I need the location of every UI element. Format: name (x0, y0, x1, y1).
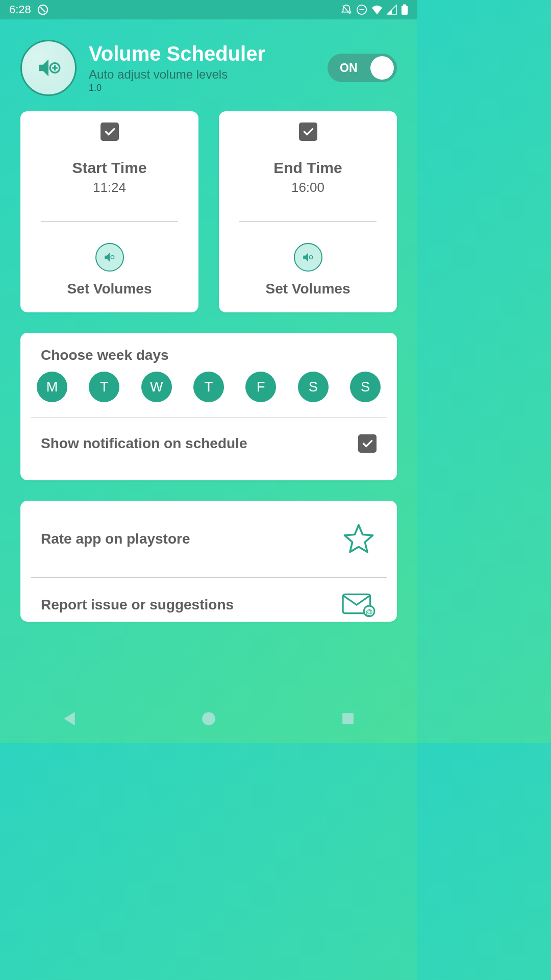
speaker-icon (302, 251, 315, 264)
toggle-label: ON (340, 61, 358, 75)
week-days-card: Choose week days M T W T F S S Show noti… (20, 333, 397, 480)
speaker-icon (103, 251, 116, 264)
status-time: 6:28 (9, 3, 31, 16)
day-thursday[interactable]: T (193, 372, 224, 402)
day-monday[interactable]: M (37, 372, 67, 402)
rate-app-row[interactable]: Rate app on playstore (31, 501, 387, 577)
end-set-volumes-label: Set Volumes (229, 281, 387, 297)
svg-rect-14 (342, 713, 354, 724)
star-icon (341, 522, 377, 556)
start-time-card: Start Time 11:24 Set Volumes (20, 111, 198, 312)
back-button[interactable] (59, 708, 80, 729)
checkmark-icon (361, 437, 374, 450)
end-time-card: End Time 16:00 Set Volumes (219, 111, 397, 312)
dnd-icon (356, 4, 367, 15)
start-set-volumes-label: Set Volumes (31, 281, 188, 297)
rate-app-label: Rate app on playstore (41, 531, 190, 547)
svg-point-9 (309, 256, 313, 259)
mail-at-icon: @ (341, 592, 377, 618)
speaker-plus-icon (36, 55, 61, 81)
master-toggle[interactable]: ON (328, 54, 397, 82)
square-recent-icon (341, 712, 355, 725)
system-navbar (0, 694, 417, 743)
recent-button[interactable] (338, 708, 358, 729)
report-issue-row[interactable]: Report issue or suggestions @ (31, 578, 387, 622)
app-subtitle: Auto adjust volume levels (89, 67, 315, 82)
volume-icon-circle (95, 243, 124, 272)
signal-icon (387, 5, 397, 15)
toggle-thumb (370, 56, 394, 80)
svg-rect-3 (402, 6, 408, 15)
notification-checkbox[interactable] (358, 434, 377, 453)
start-time-value[interactable]: 11:24 (31, 180, 188, 195)
status-bar: 6:28 (0, 0, 417, 19)
notification-row[interactable]: Show notification on schedule (31, 418, 387, 469)
start-set-volumes-button[interactable]: Set Volumes (31, 243, 188, 297)
end-time-checkbox[interactable] (299, 122, 317, 141)
app-title: Volume Scheduler (89, 42, 315, 65)
checkmark-icon (103, 125, 116, 138)
wifi-icon (371, 5, 383, 15)
day-saturday[interactable]: S (298, 372, 329, 402)
day-wednesday[interactable]: W (141, 372, 172, 402)
svg-rect-4 (403, 5, 406, 6)
notification-label: Show notification on schedule (41, 435, 247, 452)
divider (41, 221, 178, 222)
divider (239, 221, 377, 222)
svg-point-8 (111, 256, 114, 259)
auto-rotate-icon (37, 4, 48, 15)
end-set-volumes-button[interactable]: Set Volumes (229, 243, 387, 297)
svg-text:@: @ (366, 608, 373, 616)
end-time-value[interactable]: 16:00 (229, 180, 387, 195)
day-tuesday[interactable]: T (89, 372, 119, 402)
day-sunday[interactable]: S (350, 372, 381, 402)
actions-card: Rate app on playstore Report issue or su… (20, 501, 397, 622)
battery-icon (401, 4, 408, 15)
volume-icon-circle (294, 243, 322, 272)
days-row: M T W T F S S (31, 372, 387, 402)
app-header: Volume Scheduler Auto adjust volume leve… (20, 19, 397, 111)
circle-home-icon (202, 712, 216, 726)
checkmark-icon (302, 125, 315, 138)
app-version: 1.0 (89, 83, 315, 93)
report-issue-label: Report issue or suggestions (41, 597, 234, 613)
start-time-checkbox[interactable] (101, 122, 119, 141)
app-logo (20, 40, 77, 96)
day-friday[interactable]: F (245, 372, 276, 402)
triangle-back-icon (62, 710, 77, 727)
alarm-off-icon (341, 4, 352, 15)
week-days-title: Choose week days (31, 347, 387, 363)
start-time-label: Start Time (31, 159, 188, 177)
svg-point-13 (202, 712, 215, 725)
home-button[interactable] (198, 708, 219, 729)
end-time-label: End Time (229, 159, 387, 177)
